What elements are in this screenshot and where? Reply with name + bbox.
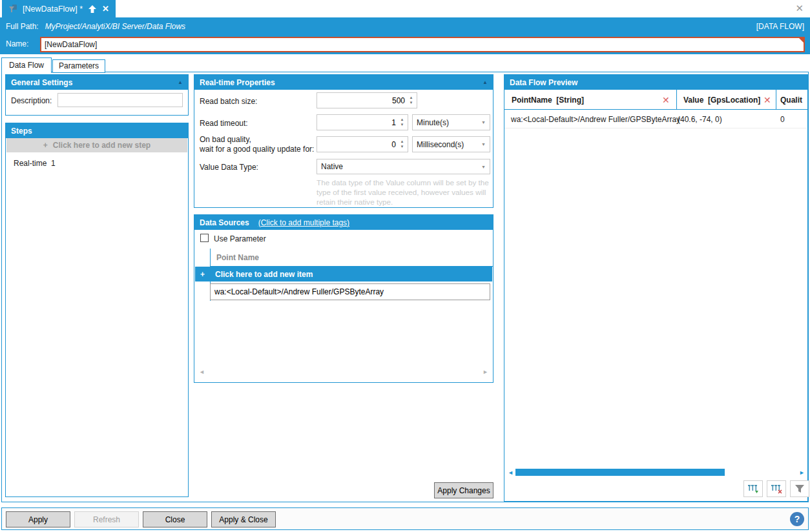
steps-panel: Steps + Click here to add new step Real-… bbox=[5, 123, 189, 497]
group-add-button[interactable] bbox=[743, 480, 763, 497]
spin-down-icon[interactable]: ▼ bbox=[400, 123, 404, 127]
spin-down-icon[interactable]: ▼ bbox=[400, 145, 404, 148]
read-batch-size-label: Read batch size: bbox=[200, 97, 257, 106]
chevron-down-icon: ▼ bbox=[481, 165, 486, 169]
chevron-down-icon: ▼ bbox=[481, 120, 486, 125]
bad-quality-label-line2: wait for a good quality update for: bbox=[200, 145, 314, 154]
value-data-type-dropdown[interactable]: Native ▼ bbox=[317, 159, 490, 174]
document-tab[interactable]: [NewDataFlow] * ✕ bbox=[2, 0, 116, 17]
spinner-arrows[interactable]: ▲ ▼ bbox=[398, 138, 406, 151]
column-divider[interactable] bbox=[676, 90, 677, 110]
full-path-bar: Full Path: MyProject/AnalytiX/BI Server/… bbox=[0, 17, 810, 35]
spin-up-icon[interactable]: ▲ bbox=[400, 140, 404, 143]
preview-horizontal-scrollbar[interactable]: ◄ ► bbox=[505, 467, 807, 478]
name-label: Name: bbox=[6, 39, 28, 48]
full-path-label: Full Path: bbox=[6, 22, 39, 31]
collapse-icon[interactable]: ▲ bbox=[483, 79, 488, 85]
read-timeout-stepper[interactable]: ▲ ▼ bbox=[317, 114, 408, 130]
apply-changes-button[interactable]: Apply Changes bbox=[434, 482, 493, 498]
realtime-properties-title: Real-time Properties bbox=[200, 78, 275, 87]
document-tab-strip: [NewDataFlow] * ✕ ✕ bbox=[0, 0, 810, 17]
preview-column-quality[interactable]: Qualit bbox=[780, 90, 802, 110]
collapse-icon[interactable]: ▲ bbox=[178, 79, 183, 85]
preview-data-row[interactable]: wa:<Local-Default>/Andrew Fuller/GPSByte… bbox=[504, 110, 807, 128]
tab-parameters[interactable]: Parameters bbox=[52, 59, 105, 73]
read-timeout-unit-dropdown[interactable]: Minute(s) ▼ bbox=[412, 114, 490, 130]
bad-quality-wait-input[interactable] bbox=[317, 137, 408, 152]
help-icon[interactable]: ? bbox=[790, 512, 804, 526]
bad-quality-wait-stepper[interactable]: ▲ ▼ bbox=[317, 136, 408, 152]
spin-down-icon[interactable]: ▼ bbox=[410, 101, 413, 105]
add-step-label: Click here to add new step bbox=[53, 141, 151, 150]
value-data-type-value: Native bbox=[321, 162, 343, 171]
filter-button[interactable] bbox=[790, 480, 809, 497]
refresh-button[interactable]: Refresh bbox=[74, 511, 139, 527]
read-timeout-unit-value: Minute(s) bbox=[417, 118, 449, 127]
name-input[interactable] bbox=[41, 38, 804, 51]
preview-column-value[interactable]: Value [GpsLocation] bbox=[683, 90, 760, 110]
general-settings-panel: General Settings ▲ Description: bbox=[5, 74, 189, 116]
document-tab-title: [NewDataFlow] * bbox=[23, 5, 83, 14]
apply-and-close-button[interactable]: Apply & Close bbox=[211, 511, 276, 527]
data-sources-panel: Data Sources (Click to add multiple tags… bbox=[194, 214, 493, 383]
scroll-left-icon[interactable]: ◄ bbox=[199, 369, 205, 375]
point-name-item-input[interactable] bbox=[210, 283, 490, 300]
remove-column-icon[interactable]: ✕ bbox=[763, 90, 771, 110]
data-sources-title: Data Sources bbox=[200, 218, 249, 227]
column-divider[interactable] bbox=[776, 90, 776, 110]
description-label: Description: bbox=[11, 96, 52, 105]
footer-bar: Apply Refresh Close Apply & Close ? bbox=[1, 507, 809, 530]
use-parameter-label: Use Parameter bbox=[214, 234, 266, 243]
bad-quality-unit-dropdown[interactable]: Millisecond(s) ▼ bbox=[412, 136, 490, 152]
navigate-up-icon[interactable] bbox=[88, 5, 97, 14]
group-remove-button[interactable] bbox=[767, 480, 786, 497]
use-parameter-checkbox[interactable] bbox=[200, 234, 209, 242]
add-step-row[interactable]: + Click here to add new step bbox=[6, 138, 187, 152]
data-flow-preview-title: Data Flow Preview bbox=[510, 78, 577, 87]
window-close-icon[interactable]: ✕ bbox=[795, 3, 804, 13]
spinner-arrows[interactable]: ▲ ▼ bbox=[398, 116, 406, 129]
add-item-row[interactable]: + Click here to add new item bbox=[195, 267, 492, 281]
spin-up-icon[interactable]: ▲ bbox=[400, 118, 404, 121]
scroll-right-icon[interactable]: ► bbox=[483, 369, 488, 375]
group-remove-icon bbox=[771, 484, 782, 494]
preview-cell-pointname: wa:<Local-Default>/Andrew Fuller/GPSByte… bbox=[511, 110, 680, 128]
group-add-icon bbox=[747, 484, 759, 494]
scrollbar-thumb[interactable] bbox=[515, 469, 725, 476]
spinner-arrows[interactable]: ▲ ▼ bbox=[407, 94, 415, 107]
add-multiple-tags-link[interactable]: (Click to add multiple tags) bbox=[258, 218, 349, 227]
close-button[interactable]: Close bbox=[143, 511, 207, 527]
scroll-left-icon[interactable]: ◄ bbox=[508, 469, 514, 476]
plus-icon: + bbox=[200, 270, 205, 279]
read-timeout-label: Read timeout: bbox=[200, 119, 248, 128]
data-flow-preview-panel: Data Flow Preview PointName [String] ✕ V… bbox=[504, 74, 808, 502]
general-settings-title: General Settings bbox=[11, 78, 72, 87]
filter-icon bbox=[794, 484, 805, 493]
validation-corner-marker bbox=[799, 38, 804, 43]
node-type-badge: [DATA FLOW] bbox=[756, 22, 804, 31]
steps-title: Steps bbox=[11, 127, 32, 136]
value-data-type-label: Value Data Type: bbox=[200, 163, 258, 172]
preview-cell-value: (40.6, -74, 0) bbox=[678, 110, 722, 128]
bad-quality-unit-value: Millisecond(s) bbox=[417, 140, 464, 149]
preview-cell-quality: 0 bbox=[780, 110, 785, 128]
remove-column-icon[interactable]: ✕ bbox=[662, 90, 670, 110]
spin-up-icon[interactable]: ▲ bbox=[410, 96, 413, 99]
document-tab-close-icon[interactable]: ✕ bbox=[102, 5, 109, 13]
scroll-right-icon[interactable]: ► bbox=[799, 469, 805, 476]
read-batch-size-input[interactable] bbox=[317, 93, 417, 108]
apply-button[interactable]: Apply bbox=[6, 511, 70, 527]
value-data-type-help-text: The data type of the Value column will b… bbox=[317, 178, 490, 207]
add-item-label: Click here to add new item bbox=[215, 270, 313, 279]
full-path-value: MyProject/AnalytiX/BI Server/Data Flows bbox=[45, 22, 185, 31]
tab-data-flow[interactable]: Data Flow bbox=[1, 57, 52, 73]
plus-icon: + bbox=[43, 141, 48, 150]
read-batch-size-stepper[interactable]: ▲ ▼ bbox=[317, 92, 417, 108]
realtime-properties-panel: Real-time Properties ▲ Read batch size: … bbox=[194, 74, 493, 208]
chevron-down-icon: ▼ bbox=[481, 142, 486, 147]
read-timeout-input[interactable] bbox=[317, 115, 408, 130]
step-list-item[interactable]: Real-time 1 bbox=[14, 159, 56, 168]
name-bar: Name: bbox=[0, 35, 810, 54]
preview-column-pointname[interactable]: PointName [String] bbox=[512, 90, 584, 110]
description-input[interactable] bbox=[57, 93, 183, 107]
